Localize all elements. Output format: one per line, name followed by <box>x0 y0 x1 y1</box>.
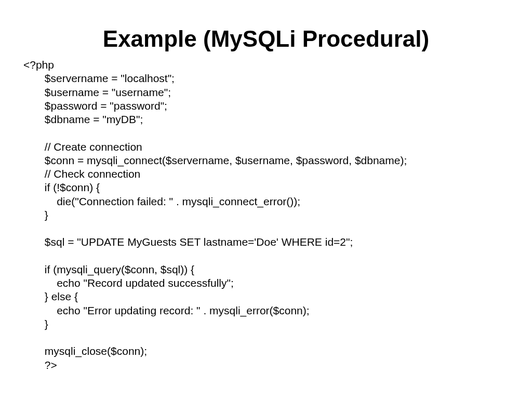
slide-title: Example (MySQLi Procedural) <box>23 26 509 52</box>
code-example: <?php $servername = "localhost"; $userna… <box>23 58 509 372</box>
